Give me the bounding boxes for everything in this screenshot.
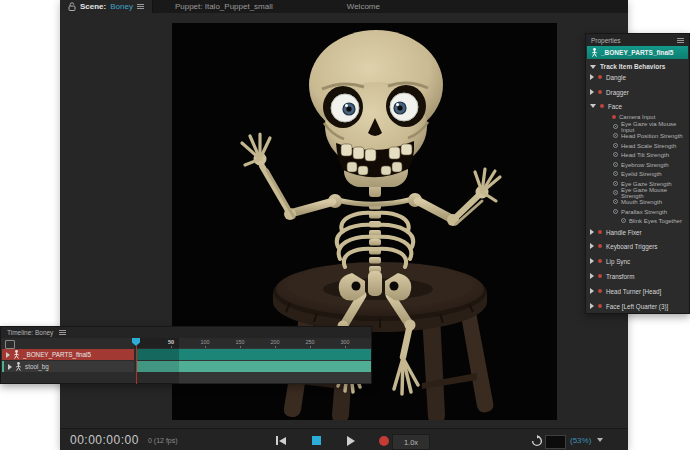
properties-panel-menu-icon[interactable] <box>677 38 684 43</box>
puppet-icon <box>13 350 20 359</box>
face-param-eyelid[interactable]: Eyelid Strength <box>586 169 689 178</box>
scene-tab-menu-icon[interactable] <box>137 4 144 9</box>
behavior-label: Dragger <box>606 89 629 96</box>
disclosure-right-icon[interactable] <box>590 303 594 309</box>
face-param-eye-gaze-mouse[interactable]: Eye Gaze Mouse Strength <box>586 188 689 197</box>
track-bar-boney-parts[interactable] <box>136 349 371 360</box>
behavior-row-head-turner[interactable]: Head Turner [Head] <box>586 286 689 296</box>
timeline-panel-menu-icon[interactable] <box>59 330 66 335</box>
face-param-head-tilt[interactable]: Head Tilt Strength <box>586 150 689 159</box>
param-ring-icon <box>613 124 618 129</box>
param-label: Eyelid Strength <box>621 171 662 177</box>
behavior-dot-icon <box>598 274 602 278</box>
disclosure-right-icon[interactable] <box>590 273 594 279</box>
lock-icon[interactable] <box>68 2 76 11</box>
behavior-dot-icon <box>600 104 604 108</box>
record-icon <box>379 436 389 446</box>
param-ring-icon <box>613 171 618 176</box>
disclosure-right-icon[interactable] <box>590 229 594 235</box>
param-ring-icon <box>613 199 618 204</box>
puppet-icon <box>591 48 598 57</box>
timeline-tool-icon[interactable] <box>5 340 15 349</box>
transport-bar: 00:00:00:00 0 (12 fps) 1.0x <box>60 428 628 450</box>
scene-tab-name[interactable]: Boney <box>110 2 133 11</box>
welcome-tab-label: Welcome <box>347 2 380 11</box>
playhead-line <box>136 346 137 384</box>
behavior-label: Transform <box>606 273 634 280</box>
behavior-dot-icon <box>598 90 602 94</box>
face-param-blink-eyes-together[interactable]: Blink Eyes Together <box>586 216 689 225</box>
viewport-zoom-control[interactable]: (53%) <box>570 429 603 450</box>
tab-puppet[interactable]: Puppet: Italo_Puppet_small <box>167 0 281 13</box>
disclosure-right-icon[interactable] <box>590 288 594 294</box>
param-label: Mouth Strength <box>621 199 662 205</box>
selected-track-item[interactable]: _BONEY_PARTS_final5 <box>587 46 688 59</box>
behavior-row-transform[interactable]: Transform <box>586 271 689 281</box>
loop-toggle-button[interactable] <box>531 435 543 446</box>
param-label: Eyebrow Strength <box>621 162 669 168</box>
param-label: Head Tilt Strength <box>621 152 669 158</box>
disclosure-right-icon[interactable] <box>8 364 12 370</box>
scene-tab-prefix: Scene: <box>80 2 106 11</box>
disclosure-right-icon[interactable] <box>590 258 594 264</box>
behavior-row-face[interactable]: Face <box>586 101 689 111</box>
face-param-eyebrow[interactable]: Eyebrow Strength <box>586 160 689 169</box>
skeleton-skull[interactable] <box>309 30 443 187</box>
param-label: Head Position Strength <box>621 133 683 139</box>
playback-speed[interactable]: 1.0x <box>392 434 430 450</box>
tab-scene[interactable]: Scene: Boney <box>60 0 153 13</box>
behavior-row-lip-sync[interactable]: Lip Sync <box>586 256 689 266</box>
param-ring-icon <box>613 209 618 214</box>
stop-button[interactable] <box>310 435 322 446</box>
loop-icon <box>531 435 543 447</box>
param-label: Camera Input <box>619 114 655 120</box>
tab-welcome[interactable]: Welcome <box>339 0 388 13</box>
color-swatch[interactable] <box>545 435 566 449</box>
disclosure-down-icon[interactable] <box>590 104 596 108</box>
section-title: Track Item Behaviors <box>600 63 665 70</box>
behavior-row-dangle[interactable]: Dangle <box>586 72 689 82</box>
zoom-percent: (53%) <box>570 436 591 445</box>
face-param-head-position[interactable]: Head Position Strength <box>586 131 689 140</box>
track-name: stool_bg <box>25 363 49 370</box>
behavior-dot-icon <box>598 304 602 308</box>
param-ring-icon <box>613 143 618 148</box>
track-row-boney-parts[interactable]: _BONEY_PARTS_final5 <box>2 349 134 360</box>
play-button[interactable] <box>345 435 357 446</box>
timeline-panel: Timeline: Boney 50 100 150 200 250 300 _… <box>0 326 372 384</box>
track-row-stool-bg[interactable]: stool_bg <box>4 361 134 372</box>
behavior-row-dragger[interactable]: Dragger <box>586 87 689 97</box>
frame-info: 0 (12 fps) <box>148 429 178 450</box>
screenshot-canvas: Scene: Boney Puppet: Italo_Puppet_small … <box>0 0 690 450</box>
properties-title: Properties <box>591 37 621 44</box>
tab-bar: Scene: Boney Puppet: Italo_Puppet_small … <box>60 0 628 13</box>
face-param-head-scale[interactable]: Head Scale Strength <box>586 141 689 150</box>
behavior-dot-icon <box>598 75 602 79</box>
behavior-row-keyboard-triggers[interactable]: Keyboard Triggers <box>586 241 689 251</box>
param-ring-icon <box>613 190 618 195</box>
param-ring-icon <box>613 162 618 167</box>
disclosure-right-icon[interactable] <box>590 89 594 95</box>
face-param-parallax[interactable]: Parallax Strength <box>586 207 689 216</box>
behavior-row-handle-fixer[interactable]: Handle Fixer <box>586 227 689 237</box>
track-bar-stool-bg[interactable] <box>136 361 371 372</box>
param-label: Parallax Strength <box>621 209 667 215</box>
disclosure-right-icon[interactable] <box>6 352 10 358</box>
behavior-row-face-left-quarter[interactable]: Face [Left Quarter (3)] <box>586 301 689 311</box>
face-param-mouth[interactable]: Mouth Strength <box>586 197 689 206</box>
param-dot-icon <box>612 115 616 119</box>
record-button[interactable] <box>378 435 390 446</box>
track-item-behaviors-section[interactable]: Track Item Behaviors <box>586 61 689 72</box>
skeleton-right-arm <box>418 169 500 226</box>
go-to-start-button[interactable] <box>275 435 287 446</box>
disclosure-right-icon[interactable] <box>590 243 594 249</box>
puppet-tab-label: Puppet: Italo_Puppet_small <box>175 2 273 11</box>
caret-down-icon <box>597 438 603 442</box>
disclosure-right-icon[interactable] <box>590 74 594 80</box>
behavior-dot-icon <box>598 259 602 263</box>
face-param-eye-gaze-mouse-input[interactable]: Eye Gaze via Mouse Input <box>586 122 689 131</box>
timecode: 00:00:00:00 <box>70 429 139 450</box>
skip-start-icon <box>276 436 278 445</box>
ruler-tick: 50 <box>163 339 179 345</box>
param-label: Head Scale Strength <box>621 143 676 149</box>
